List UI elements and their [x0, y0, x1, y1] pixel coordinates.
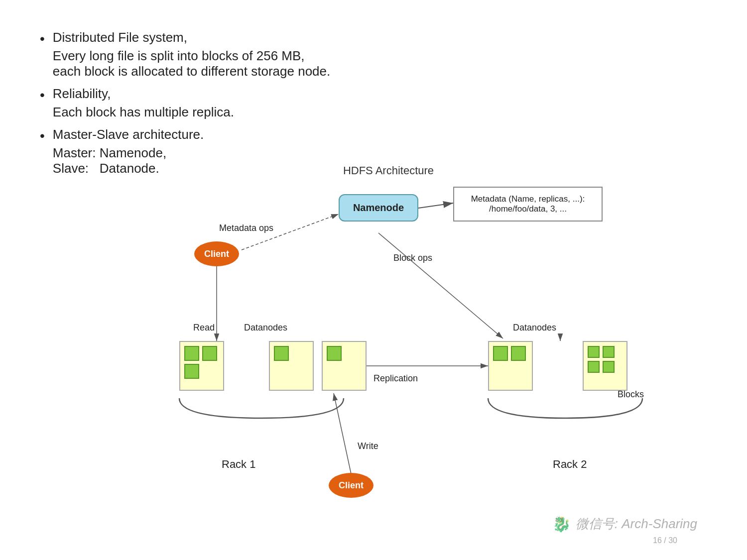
- bullet-dot-2: •: [40, 87, 45, 103]
- write-label: Write: [358, 441, 378, 451]
- block-11: [603, 361, 615, 373]
- replication-label: Replication: [374, 373, 418, 384]
- hdfs-diagram: HDFS Architecture Namenode Metadata (Nam…: [164, 164, 712, 543]
- namenode-label: Namenode: [353, 202, 404, 214]
- metadata-box: Metadata (Name, replicas, ...):/home/foo…: [453, 187, 603, 222]
- block-10: [588, 361, 600, 373]
- block-8: [588, 346, 600, 358]
- block-3: [184, 364, 199, 379]
- block-ops-label: Block ops: [393, 253, 432, 263]
- block-6: [493, 346, 508, 361]
- datanode-box-1: [179, 341, 224, 391]
- datanode-group-mid: [269, 341, 367, 391]
- client-bottom: Client: [329, 473, 374, 498]
- datanode-box-3: [322, 341, 367, 391]
- block-2: [202, 346, 217, 361]
- metadata-ops-label: Metadata ops: [219, 223, 273, 233]
- page-number: 16 / 30: [653, 536, 677, 545]
- datanodes-left-label: Datanodes: [244, 323, 287, 333]
- bullet-main-3: Master-Slave architecture.: [53, 127, 204, 142]
- block-4: [274, 346, 289, 361]
- datanode-box-4: [488, 341, 533, 391]
- diagram-title: HDFS Architecture: [289, 164, 488, 177]
- datanode-group-r2-right: [583, 341, 627, 391]
- block-1: [184, 346, 199, 361]
- blocks-label: Blocks: [618, 389, 644, 400]
- client-top-label: Client: [204, 249, 229, 259]
- watermark-text: 微信号: Arch-Sharing: [576, 515, 697, 533]
- bullet-main-2: Reliability,: [53, 86, 234, 102]
- block-7: [511, 346, 526, 361]
- bullet-dot-3: •: [40, 128, 45, 144]
- namenode-box: Namenode: [339, 194, 418, 222]
- datanodes-right-label: Datanodes: [513, 323, 556, 333]
- client-bottom-label: Client: [339, 480, 364, 491]
- bullet-text-2: Reliability, Each block has multiple rep…: [53, 86, 234, 120]
- bullet-item-2: • Reliability, Each block has multiple r…: [40, 86, 707, 120]
- bullet-item-1: • Distributed File system, Every long fi…: [40, 30, 707, 79]
- bullet-sub-1: Every long file is split into blocks of …: [53, 48, 330, 79]
- block-9: [603, 346, 615, 358]
- watermark: 🐉 微信号: Arch-Sharing: [552, 515, 697, 533]
- wechat-icon: 🐉: [552, 515, 571, 533]
- svg-line-6: [334, 393, 351, 474]
- bullet-main-1: Distributed File system,: [53, 30, 330, 45]
- bullet-dot-1: •: [40, 31, 45, 47]
- datanode-group-r2-left: [488, 341, 533, 391]
- datanode-box-5: [583, 341, 627, 391]
- svg-line-4: [378, 233, 503, 338]
- bullet-list: • Distributed File system, Every long fi…: [40, 30, 707, 176]
- bullet-text-1: Distributed File system, Every long file…: [53, 30, 330, 79]
- diagram-svg: [164, 164, 712, 543]
- slide: • Distributed File system, Every long fi…: [0, 0, 747, 560]
- svg-line-2: [418, 203, 453, 208]
- rack1-label: Rack 1: [222, 458, 255, 471]
- block-5: [327, 346, 342, 361]
- datanode-box-2: [269, 341, 314, 391]
- read-label: Read: [193, 323, 215, 333]
- metadata-label: Metadata (Name, replicas, ...):/home/foo…: [471, 194, 585, 214]
- bullet-sub-2: Each block has multiple replica.: [53, 105, 234, 120]
- client-top: Client: [194, 241, 239, 266]
- rack2-label: Rack 2: [553, 458, 587, 471]
- datanode-group-left: [179, 341, 224, 391]
